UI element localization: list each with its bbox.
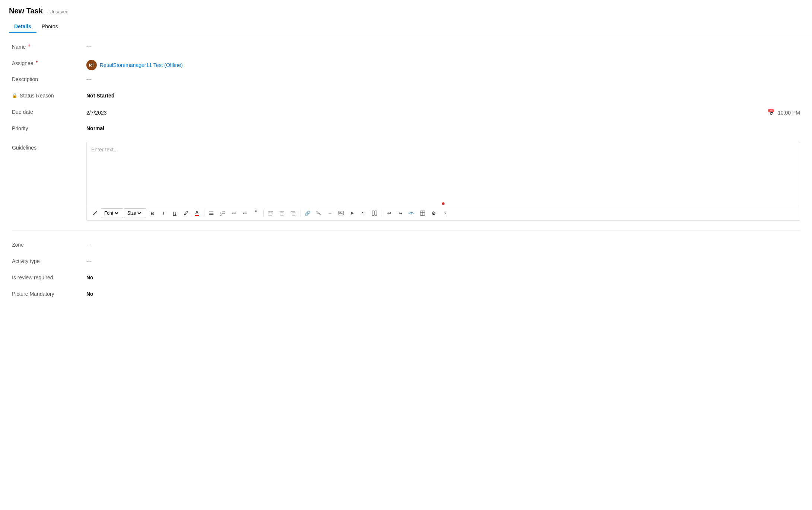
indent-increase-button[interactable] bbox=[240, 208, 250, 218]
table-button[interactable] bbox=[417, 208, 428, 218]
svg-rect-2 bbox=[209, 213, 210, 214]
zone-label: Zone bbox=[12, 240, 86, 248]
undo-button[interactable]: ↩ bbox=[384, 208, 394, 218]
quote-button[interactable]: " bbox=[251, 208, 261, 218]
assignee-row: Assignee * RT RetailStoremanager11 Test … bbox=[12, 56, 800, 73]
font-color-button[interactable]: A bbox=[192, 208, 202, 218]
ordered-list-button[interactable]: 1.2. bbox=[217, 208, 228, 218]
assignee-name[interactable]: RetailStoremanager11 Test (Offline) bbox=[100, 62, 183, 68]
is-review-required-value[interactable]: No bbox=[86, 273, 800, 280]
lock-icon: 🔒 bbox=[12, 93, 17, 98]
priority-row: Priority Normal bbox=[12, 122, 800, 138]
picture-mandatory-value[interactable]: No bbox=[86, 289, 800, 297]
separator-3 bbox=[300, 210, 300, 216]
activity-type-value[interactable]: --- bbox=[86, 257, 800, 264]
svg-rect-7 bbox=[222, 212, 225, 212]
align-center-button[interactable] bbox=[277, 208, 287, 218]
name-required: * bbox=[28, 44, 30, 50]
guidelines-content: Enter text... bbox=[86, 140, 800, 221]
description-label: Description bbox=[12, 75, 86, 82]
svg-rect-1 bbox=[210, 212, 214, 212]
status-reason-row: 🔒 Status Reason Not Started bbox=[12, 89, 800, 105]
svg-rect-19 bbox=[292, 213, 295, 213]
align-left-button[interactable] bbox=[265, 208, 276, 218]
guidelines-placeholder: Enter text... bbox=[91, 147, 118, 153]
svg-rect-13 bbox=[268, 215, 272, 215]
due-date-value[interactable]: 2/7/2023 bbox=[86, 110, 107, 116]
size-select-input[interactable]: Size bbox=[126, 210, 142, 216]
guidelines-editor-container: Enter text... bbox=[86, 142, 800, 221]
due-date-content: 2/7/2023 📅 10:00 PM bbox=[86, 108, 800, 116]
assignee-required: * bbox=[36, 60, 38, 67]
svg-rect-5 bbox=[210, 214, 214, 215]
name-value[interactable]: --- bbox=[86, 42, 800, 49]
zone-value[interactable]: --- bbox=[86, 240, 800, 248]
separator-2 bbox=[263, 210, 264, 216]
picture-mandatory-label: Picture Mandatory bbox=[12, 289, 86, 297]
help-button[interactable]: ? bbox=[440, 208, 450, 218]
svg-rect-11 bbox=[268, 213, 272, 213]
section-divider bbox=[12, 230, 800, 231]
indent-decrease-button[interactable] bbox=[229, 208, 239, 218]
red-indicator bbox=[442, 202, 445, 205]
settings-button[interactable]: ⚙ bbox=[429, 208, 439, 218]
font-select[interactable]: Font bbox=[101, 208, 123, 218]
picture-mandatory-row: Picture Mandatory No bbox=[12, 287, 800, 304]
svg-rect-26 bbox=[372, 211, 374, 215]
calendar-icon: 📅 bbox=[767, 109, 775, 116]
svg-text:2.: 2. bbox=[220, 214, 222, 216]
due-time-value[interactable]: 10:00 PM bbox=[778, 110, 800, 116]
align-right-button[interactable] bbox=[288, 208, 298, 218]
svg-rect-23 bbox=[339, 211, 343, 215]
svg-rect-3 bbox=[210, 213, 214, 214]
svg-marker-25 bbox=[351, 212, 354, 215]
unordered-list-button[interactable] bbox=[206, 208, 217, 218]
size-select[interactable]: Size bbox=[124, 208, 146, 218]
svg-rect-12 bbox=[268, 214, 273, 214]
avatar: RT bbox=[86, 60, 97, 70]
is-review-required-row: Is review required No bbox=[12, 271, 800, 287]
status-reason-value[interactable]: Not Started bbox=[86, 91, 800, 99]
svg-rect-21 bbox=[292, 215, 295, 215]
zone-row: Zone --- bbox=[12, 238, 800, 254]
tab-details[interactable]: Details bbox=[9, 20, 36, 33]
separator-4 bbox=[382, 210, 382, 216]
paragraph-button[interactable]: ¶ bbox=[358, 208, 369, 218]
redo-button[interactable]: ↪ bbox=[395, 208, 405, 218]
priority-value[interactable]: Normal bbox=[86, 124, 800, 131]
link-button[interactable]: 🔗 bbox=[302, 208, 313, 218]
column-insert-button[interactable] bbox=[369, 208, 380, 218]
svg-rect-14 bbox=[280, 212, 284, 212]
svg-rect-27 bbox=[375, 211, 377, 215]
svg-rect-18 bbox=[291, 212, 295, 212]
due-date-row: Due date 2/7/2023 📅 10:00 PM bbox=[12, 105, 800, 122]
media-button[interactable] bbox=[347, 208, 357, 218]
description-value[interactable]: --- bbox=[86, 75, 800, 82]
assignee-label: Assignee * bbox=[12, 58, 86, 67]
unlink-button[interactable] bbox=[313, 208, 324, 218]
svg-line-22 bbox=[317, 211, 321, 215]
tab-photos[interactable]: Photos bbox=[36, 20, 63, 33]
status-reason-label: 🔒 Status Reason bbox=[12, 91, 86, 99]
underline-button[interactable]: U bbox=[169, 208, 180, 218]
is-review-required-label: Is review required bbox=[12, 273, 86, 280]
guidelines-editor[interactable]: Enter text... bbox=[87, 142, 800, 202]
guidelines-toolbar: Font Size B I U bbox=[87, 206, 800, 220]
description-row: Description --- bbox=[12, 73, 800, 89]
form-section: Name * --- Assignee * RT RetailStoremana… bbox=[0, 33, 812, 310]
highlight-button[interactable]: 🖊 bbox=[181, 208, 191, 218]
arrow-button[interactable]: → bbox=[325, 208, 335, 218]
assignee-value: RT RetailStoremanager11 Test (Offline) bbox=[86, 58, 800, 70]
code-button[interactable]: </> bbox=[406, 208, 417, 218]
format-button[interactable] bbox=[90, 208, 100, 218]
image-button[interactable] bbox=[336, 208, 346, 218]
priority-label: Priority bbox=[12, 124, 86, 131]
svg-rect-16 bbox=[280, 214, 284, 214]
guidelines-row: Guidelines Enter text... bbox=[12, 138, 800, 223]
bold-button[interactable]: B bbox=[147, 208, 157, 218]
due-time-block: 📅 10:00 PM bbox=[767, 109, 800, 116]
name-row: Name * --- bbox=[12, 40, 800, 56]
font-select-input[interactable]: Font bbox=[103, 210, 120, 216]
page-header: New Task - Unsaved bbox=[0, 0, 812, 15]
italic-button[interactable]: I bbox=[158, 208, 169, 218]
